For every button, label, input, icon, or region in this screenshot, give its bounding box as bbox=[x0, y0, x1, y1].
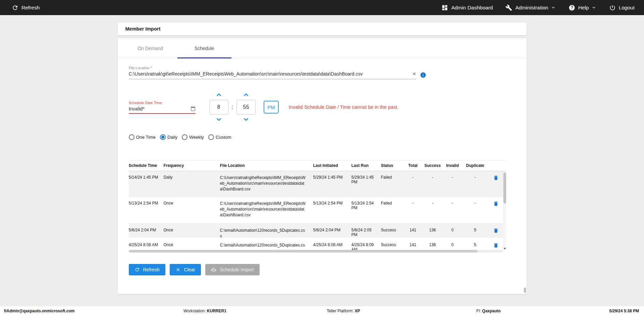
tab-schedule[interactable]: Schedule bbox=[177, 38, 231, 58]
minute-decrement-button[interactable] bbox=[242, 116, 250, 123]
radio-icon bbox=[160, 134, 166, 140]
radio-custom[interactable]: Custom bbox=[208, 134, 231, 140]
cell-last-initiated: 5/13/24 2:54 PM bbox=[313, 201, 352, 223]
hour-input[interactable]: 8 bbox=[209, 100, 228, 115]
delete-row-button[interactable] bbox=[493, 201, 499, 207]
col-last-run: Last Run bbox=[352, 163, 381, 168]
cell-last-initiated: 5/29/24 1:45 PM bbox=[313, 175, 352, 197]
col-file-location: File Location bbox=[220, 163, 313, 168]
schedule-import-button[interactable]: Schedule Import bbox=[205, 264, 260, 275]
info-button[interactable] bbox=[420, 72, 426, 78]
clear-input-icon[interactable]: × bbox=[412, 72, 416, 76]
cell-total: - bbox=[404, 201, 422, 223]
frequency-options: One Time Daily Weekly Custom bbox=[129, 134, 527, 140]
cell-file-location: C:\Users\ratnak\git\eReceipts\IMM_ERecei… bbox=[220, 175, 313, 197]
file-location-input[interactable]: C:\Users\ratnak\git\eReceipts\IMM_ERecei… bbox=[129, 71, 416, 79]
minute-increment-button[interactable] bbox=[242, 91, 250, 99]
teller-platform-value: XP bbox=[355, 309, 360, 313]
cell-duplicate: - bbox=[462, 175, 488, 197]
scrollbar-thumb[interactable] bbox=[503, 173, 506, 204]
trash-icon bbox=[493, 242, 499, 248]
trash-icon bbox=[493, 228, 499, 233]
table-row: 5/14/24 1:45 PM Daily C:\Users\ratnak\gi… bbox=[129, 171, 506, 197]
logout-button[interactable]: Logout bbox=[609, 4, 635, 11]
schedule-date-input[interactable]: Invalid* bbox=[129, 106, 196, 114]
radio-one-time[interactable]: One Time bbox=[129, 134, 156, 140]
meridiem-toggle-button[interactable]: PM bbox=[264, 101, 279, 114]
scroll-down-arrow-icon[interactable] bbox=[504, 248, 506, 250]
workstation-value: KURRER1 bbox=[207, 309, 226, 313]
help-menu-button[interactable]: Help bbox=[569, 4, 596, 11]
wrench-icon bbox=[505, 4, 512, 11]
col-invalid: Invalid bbox=[443, 163, 462, 168]
clear-button-label: Clear bbox=[184, 267, 195, 272]
administration-menu-button[interactable]: Administration bbox=[505, 4, 555, 11]
scrollbar-thumb[interactable] bbox=[129, 250, 478, 253]
radio-custom-label: Custom bbox=[216, 135, 231, 140]
cell-actions bbox=[488, 201, 503, 223]
delete-row-button[interactable] bbox=[493, 175, 499, 181]
dashboard-icon bbox=[441, 4, 448, 11]
schedule-date-field: Schedule Date Time Invalid* bbox=[129, 101, 196, 114]
col-last-initiated: Last Initiated bbox=[313, 163, 352, 168]
cell-status: Failed bbox=[381, 201, 404, 223]
chevron-down-icon bbox=[215, 116, 223, 123]
cell-actions bbox=[488, 228, 503, 239]
admin-dashboard-nav-button[interactable]: Admin Dashboard bbox=[441, 4, 493, 11]
schedule-date-label: Schedule Date Time bbox=[129, 101, 196, 105]
table-horizontal-scrollbar[interactable] bbox=[129, 250, 503, 253]
minute-input[interactable]: 55 bbox=[236, 100, 256, 115]
delete-row-button[interactable] bbox=[493, 242, 499, 248]
tab-bar: On Demand Schedule bbox=[118, 38, 527, 58]
tab-on-demand[interactable]: On Demand bbox=[123, 38, 177, 58]
cell-file-location: C:\email\Automation\120records_5Dupicate… bbox=[220, 228, 313, 239]
radio-icon bbox=[129, 134, 135, 140]
radio-icon bbox=[182, 134, 187, 140]
cell-status: Success bbox=[381, 228, 404, 239]
refresh-icon bbox=[12, 4, 18, 11]
col-schedule-time: Schedule Time bbox=[129, 163, 164, 168]
cloud-upload-icon bbox=[211, 267, 216, 272]
file-location-label: File Location * bbox=[129, 66, 416, 70]
cell-frequency: Once bbox=[164, 228, 220, 239]
col-status: Status bbox=[381, 163, 404, 168]
radio-one-time-label: One Time bbox=[136, 135, 156, 140]
clear-button[interactable]: Clear bbox=[170, 264, 201, 275]
administration-label: Administration bbox=[515, 5, 548, 11]
refresh-nav-button[interactable]: Refresh bbox=[12, 4, 40, 11]
cell-actions bbox=[488, 175, 503, 197]
cell-frequency: Once bbox=[164, 201, 220, 223]
radio-weekly-label: Weekly bbox=[189, 135, 204, 140]
radio-daily[interactable]: Daily bbox=[160, 134, 177, 140]
cell-last-initiated: 5/6/24 2:04 PM bbox=[313, 228, 352, 239]
chevron-down-icon bbox=[242, 116, 250, 123]
calendar-icon[interactable] bbox=[191, 106, 196, 111]
cell-invalid: - bbox=[443, 201, 462, 223]
help-label: Help bbox=[578, 5, 589, 11]
cell-total: - bbox=[404, 175, 422, 197]
card-scrollbar-thumb[interactable] bbox=[524, 287, 526, 293]
chevron-down-icon bbox=[551, 5, 556, 10]
refresh-button[interactable]: Refresh bbox=[129, 264, 165, 275]
chevron-up-icon bbox=[215, 92, 223, 98]
main-content: Member Import On Demand Schedule File Lo… bbox=[0, 22, 644, 294]
file-location-field: File Location * C:\Users\ratnak\git\eRec… bbox=[129, 66, 416, 79]
member-import-card: On Demand Schedule File Location * C:\Us… bbox=[118, 38, 527, 294]
col-actions bbox=[488, 163, 503, 168]
footer-user: fiAdmin@qaxpauto.onmicrosoft.com bbox=[4, 306, 74, 316]
delete-row-button[interactable] bbox=[493, 228, 499, 233]
chevron-up-icon bbox=[242, 92, 250, 98]
hour-increment-button[interactable] bbox=[215, 91, 223, 99]
hour-decrement-button[interactable] bbox=[215, 116, 223, 123]
col-success: Success bbox=[422, 163, 443, 168]
radio-weekly[interactable]: Weekly bbox=[182, 134, 204, 140]
radio-daily-label: Daily bbox=[167, 135, 177, 140]
cell-last-run: 5/29/24 1:45 PM bbox=[352, 175, 381, 197]
footer-datetime: 5/29/24 5:38 PM bbox=[609, 306, 639, 316]
cell-schedule-time: 5/14/24 1:45 PM bbox=[129, 175, 164, 197]
cell-invalid: - bbox=[443, 175, 462, 197]
table-vertical-scrollbar[interactable] bbox=[503, 172, 506, 250]
fi-label: FI: bbox=[476, 309, 481, 313]
schedule-date-value: Invalid* bbox=[129, 106, 145, 111]
schedule-datetime-row: Schedule Date Time Invalid* 8 bbox=[129, 91, 527, 123]
